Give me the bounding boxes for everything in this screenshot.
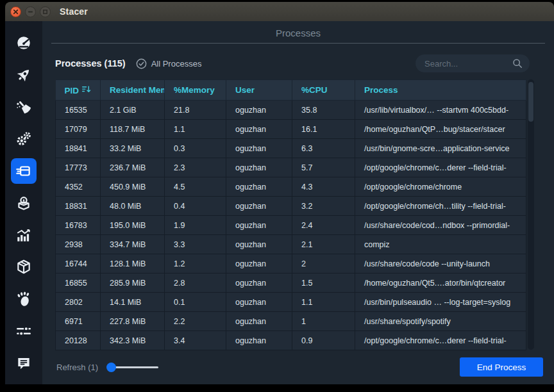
broom-icon bbox=[15, 99, 32, 115]
cell-process: /opt/google/chrome/ch…tility --field-tri… bbox=[355, 197, 526, 216]
chat-bubble-icon bbox=[15, 355, 32, 372]
table-row[interactable]: 17773236.7 MiB2.3oguzhan5.7/opt/google/c… bbox=[56, 158, 526, 177]
cell-process: /home/oguzhan/QtP…bug/stacer/stacer bbox=[355, 120, 526, 139]
column-header-resident-mem[interactable]: Resident Mem bbox=[101, 80, 165, 101]
cell-pid: 16783 bbox=[56, 216, 101, 235]
end-process-button[interactable]: End Process bbox=[460, 357, 543, 377]
cell-resident_mem: 195.0 MiB bbox=[101, 216, 165, 235]
cell-memory_percent: 2.3 bbox=[165, 158, 226, 177]
screen: Stacer bbox=[0, 0, 554, 392]
process-table-wrap: PID Resident Mem %Memory Use bbox=[55, 79, 545, 350]
column-header-memory-percent[interactable]: %Memory bbox=[165, 80, 226, 101]
sliders-icon bbox=[15, 323, 32, 339]
table-row[interactable]: 1884133.2 MiB0.3oguzhan6.3/usr/bin/gnome… bbox=[56, 139, 526, 158]
table-row[interactable]: 20128342.3 MiB3.4oguzhan0.9/opt/google/c… bbox=[56, 331, 526, 350]
cell-memory_percent: 0.3 bbox=[165, 139, 226, 158]
cell-cpu_percent: 1 bbox=[292, 312, 355, 331]
cell-cpu_percent: 3.2 bbox=[292, 197, 355, 216]
table-row[interactable]: 16783195.0 MiB1.9oguzhan2.4/usr/share/co… bbox=[56, 216, 526, 235]
cell-cpu_percent: 5.7 bbox=[292, 158, 355, 177]
minimize-button[interactable] bbox=[25, 6, 36, 17]
cell-process: /opt/google/chrome/c…derer --field-trial… bbox=[355, 331, 526, 350]
minimize-icon bbox=[28, 9, 33, 15]
all-processes-checkbox[interactable]: All Processes bbox=[136, 58, 202, 69]
sidebar-item-gnome-settings[interactable] bbox=[11, 286, 37, 312]
title-divider bbox=[51, 43, 545, 44]
close-icon bbox=[13, 9, 19, 15]
process-table: PID Resident Mem %Memory Use bbox=[55, 79, 526, 350]
cell-pid: 18841 bbox=[56, 139, 101, 158]
refresh-slider[interactable] bbox=[107, 366, 158, 368]
column-header-process[interactable]: Process bbox=[355, 80, 526, 101]
maximize-icon bbox=[42, 9, 48, 15]
titlebar: Stacer bbox=[5, 2, 554, 21]
sidebar-item-settings[interactable] bbox=[11, 318, 37, 344]
sidebar-item-dashboard[interactable] bbox=[11, 30, 37, 56]
cell-user: oguzhan bbox=[226, 120, 292, 139]
table-row[interactable]: 17079118.7 MiB1.1oguzhan16.1/home/oguzha… bbox=[56, 120, 526, 139]
column-header-cpu-percent[interactable]: %CPU bbox=[292, 80, 355, 101]
cell-resident_mem: 48.0 MiB bbox=[101, 197, 165, 216]
cell-pid: 16744 bbox=[56, 254, 101, 274]
search-icon bbox=[512, 58, 523, 69]
column-header-pid[interactable]: PID bbox=[56, 80, 101, 101]
gnome-foot-icon bbox=[15, 291, 32, 307]
sidebar-item-processes[interactable] bbox=[11, 158, 37, 184]
page-title: Processes bbox=[51, 28, 545, 38]
cell-resident_mem: 14.1 MiB bbox=[101, 293, 165, 312]
cell-pid: 2802 bbox=[56, 293, 101, 312]
table-row[interactable]: 280214.1 MiB0.1oguzhan1.1/usr/bin/pulsea… bbox=[56, 293, 526, 312]
cell-cpu_percent: 2 bbox=[292, 254, 355, 274]
cell-process: /usr/lib/virtualbox/… --startvm 400c5bdd… bbox=[355, 101, 526, 120]
cell-memory_percent: 0.4 bbox=[165, 197, 226, 216]
sidebar-item-package-manager[interactable] bbox=[11, 254, 37, 280]
sidebar-item-uninstaller[interactable] bbox=[11, 190, 37, 216]
table-scrollbar[interactable] bbox=[528, 79, 534, 350]
cell-user: oguzhan bbox=[226, 254, 292, 274]
sidebar-item-system-cleaner[interactable] bbox=[11, 94, 37, 120]
column-header-user[interactable]: User bbox=[226, 80, 292, 101]
scrollbar-thumb[interactable] bbox=[528, 82, 533, 122]
table-row[interactable]: 2938334.7 MiB3.3oguzhan2.1compiz bbox=[56, 235, 526, 254]
cell-pid: 17079 bbox=[56, 120, 101, 139]
cell-user: oguzhan bbox=[226, 158, 292, 177]
cell-user: oguzhan bbox=[226, 101, 292, 120]
cell-memory_percent: 3.4 bbox=[165, 331, 226, 350]
cell-user: oguzhan bbox=[226, 139, 292, 158]
table-row[interactable]: 6971227.8 MiB2.2oguzhan1/usr/share/spoti… bbox=[56, 312, 526, 331]
sidebar-item-feedback[interactable] bbox=[11, 350, 37, 376]
sidebar-item-services[interactable] bbox=[11, 126, 37, 152]
cell-process: /usr/share/spotify/spotify bbox=[355, 312, 526, 331]
cell-process: /opt/google/chrome/c…derer --field-trial… bbox=[355, 158, 526, 177]
cell-memory_percent: 21.8 bbox=[165, 101, 226, 120]
cell-cpu_percent: 6.3 bbox=[292, 139, 355, 158]
table-row[interactable]: 165352.1 GiB21.8oguzhan35.8/usr/lib/virt… bbox=[56, 101, 526, 120]
cell-memory_percent: 2.2 bbox=[165, 312, 226, 331]
footer-bar: Refresh (1) End Process bbox=[51, 356, 545, 378]
slider-handle[interactable] bbox=[106, 363, 116, 372]
cell-resident_mem: 227.8 MiB bbox=[101, 312, 165, 331]
window-title: Stacer bbox=[60, 6, 88, 17]
table-row[interactable]: 1883148.0 MiB0.4oguzhan3.2/opt/google/ch… bbox=[56, 197, 526, 216]
cell-user: oguzhan bbox=[226, 197, 292, 216]
table-row[interactable]: 4352450.9 MiB4.5oguzhan4.3/opt/google/ch… bbox=[56, 177, 526, 197]
table-row[interactable]: 16744128.1 MiB1.2oguzhan2/usr/share/code… bbox=[56, 254, 526, 274]
sidebar-item-startup-apps[interactable] bbox=[11, 62, 37, 88]
cell-cpu_percent: 1.5 bbox=[292, 274, 355, 293]
cell-user: oguzhan bbox=[226, 312, 292, 331]
cell-process: compiz bbox=[355, 235, 526, 254]
sidebar-item-resources[interactable] bbox=[11, 222, 37, 248]
search-box bbox=[416, 54, 530, 72]
cell-user: oguzhan bbox=[226, 274, 292, 293]
cell-cpu_percent: 2.1 bbox=[292, 235, 355, 254]
maximize-button[interactable] bbox=[40, 6, 51, 17]
cell-process: /usr/share/code/cod…ndbox --primordial- bbox=[355, 216, 526, 235]
cell-resident_mem: 33.2 MiB bbox=[101, 139, 165, 158]
cell-resident_mem: 285.9 MiB bbox=[101, 274, 165, 293]
stacer-window: Stacer bbox=[5, 2, 554, 384]
table-row[interactable]: 16855285.9 MiB2.8oguzhan1.5/home/oguzhan… bbox=[56, 274, 526, 293]
close-button[interactable] bbox=[10, 6, 21, 17]
cell-resident_mem: 334.7 MiB bbox=[101, 235, 165, 254]
rocket-icon bbox=[15, 67, 32, 83]
cell-process: /usr/bin/gnome-scre…application-service bbox=[355, 139, 526, 158]
